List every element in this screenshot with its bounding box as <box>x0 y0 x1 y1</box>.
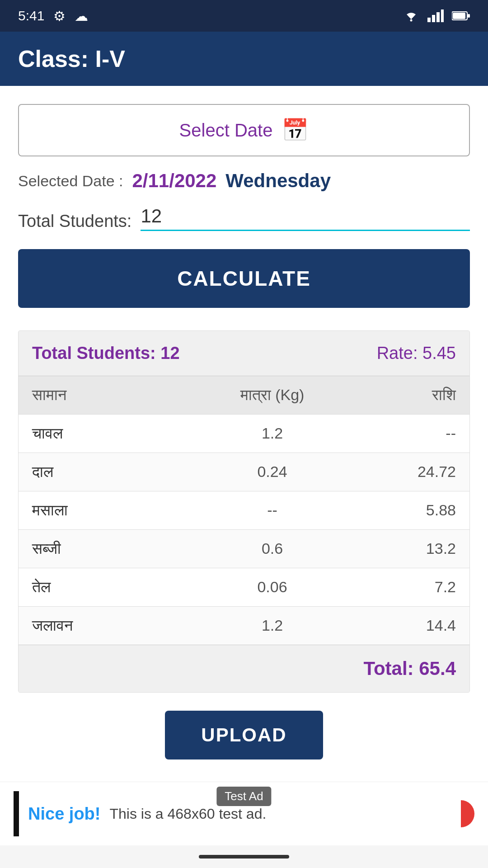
cell-saman: दाल <box>32 463 202 481</box>
table-row: मसाला -- 5.88 <box>19 491 469 529</box>
cell-saman: चावल <box>32 425 202 443</box>
page-title: Class: I-V <box>18 46 125 72</box>
col-header-matra: मात्रा (Kg) <box>202 386 343 404</box>
cell-matra: 1.2 <box>202 425 343 443</box>
cell-saman: सब्जी <box>32 540 202 558</box>
cell-matra: -- <box>202 501 343 519</box>
ad-logo-icon <box>447 800 474 827</box>
gear-icon: ⚙ <box>53 8 66 24</box>
results-students-count: Total Students: 12 <box>32 344 180 363</box>
cell-rashi: 14.4 <box>343 617 456 635</box>
table-row: तेल 0.06 7.2 <box>19 568 469 606</box>
cloud-icon: ☁ <box>75 8 88 24</box>
status-left: 5:41 ⚙ ☁ <box>18 8 88 24</box>
cell-rashi: 7.2 <box>343 578 456 596</box>
status-bar: 5:41 ⚙ ☁ <box>0 0 488 32</box>
cell-matra: 0.24 <box>202 463 343 481</box>
table-row: चावल 1.2 -- <box>19 414 469 453</box>
upload-button[interactable]: UPLOAD <box>165 711 323 760</box>
table-header-row: सामान मात्रा (Kg) राशि <box>19 376 469 414</box>
select-date-button[interactable]: Select Date 📅 <box>18 104 470 156</box>
svg-point-0 <box>410 19 413 22</box>
col-header-saman: सामान <box>32 386 202 404</box>
cell-rashi: 5.88 <box>343 501 456 519</box>
ad-left-bar <box>14 791 19 836</box>
select-date-label: Select Date <box>179 120 273 141</box>
cell-rashi: -- <box>343 425 456 443</box>
calculate-button[interactable]: CALCULATE <box>18 249 470 308</box>
cell-matra: 1.2 <box>202 617 343 635</box>
total-students-input-wrapper <box>141 205 470 231</box>
time-display: 5:41 <box>18 8 44 24</box>
svg-rect-2 <box>432 15 435 22</box>
cell-saman: मसाला <box>32 501 202 519</box>
ad-nice-job: Nice job! <box>28 804 100 824</box>
status-right <box>403 9 470 22</box>
col-header-rashi: राशि <box>343 386 456 404</box>
results-header: Total Students: 12 Rate: 5.45 <box>19 331 469 376</box>
upload-label: UPLOAD <box>201 724 286 745</box>
table-row: सब्जी 0.6 13.2 <box>19 529 469 568</box>
selected-date-label: Selected Date : <box>18 172 123 190</box>
ad-test-badge: Test Ad <box>216 787 271 806</box>
cell-saman: जलावन <box>32 617 202 635</box>
nav-bar <box>0 845 488 868</box>
svg-rect-6 <box>453 13 465 19</box>
main-content: Select Date 📅 Selected Date : 2/11/2022 … <box>0 86 488 796</box>
nav-home-indicator[interactable] <box>199 855 289 859</box>
total-students-input[interactable] <box>141 205 470 227</box>
total-students-row: Total Students: <box>18 205 470 231</box>
selected-date-value: 2/11/2022 <box>132 170 216 192</box>
calendar-icon: 📅 <box>282 118 309 143</box>
ad-text: This is a 468x60 test ad. <box>109 806 447 822</box>
svg-rect-7 <box>468 14 470 18</box>
cell-matra: 0.6 <box>202 540 343 558</box>
cell-rashi: 13.2 <box>343 540 456 558</box>
svg-rect-4 <box>441 9 444 22</box>
cell-saman: तेल <box>32 578 202 596</box>
results-container: Total Students: 12 Rate: 5.45 सामान मात्… <box>18 330 470 693</box>
selected-day-value: Wednesday <box>225 170 331 192</box>
title-bar: Class: I-V <box>0 32 488 86</box>
table-row: दाल 0.24 24.72 <box>19 453 469 491</box>
svg-rect-3 <box>436 12 440 22</box>
total-value: Total: 65.4 <box>363 658 456 679</box>
total-row: Total: 65.4 <box>19 645 469 692</box>
table-row: जलावन 1.2 14.4 <box>19 606 469 645</box>
table-body: चावल 1.2 -- दाल 0.24 24.72 मसाला -- 5.88… <box>19 414 469 645</box>
total-students-label: Total Students: <box>18 212 131 231</box>
battery-icon <box>452 11 470 21</box>
wifi-icon <box>403 10 419 22</box>
selected-date-row: Selected Date : 2/11/2022 Wednesday <box>18 170 470 192</box>
svg-rect-1 <box>427 18 431 22</box>
calculate-label: CALCULATE <box>177 267 311 290</box>
results-rate: Rate: 5.45 <box>377 344 456 363</box>
ad-banner: Nice job! Test Ad This is a 468x60 test … <box>0 782 488 845</box>
signal-icon <box>427 9 444 22</box>
cell-matra: 0.06 <box>202 578 343 596</box>
cell-rashi: 24.72 <box>343 463 456 481</box>
